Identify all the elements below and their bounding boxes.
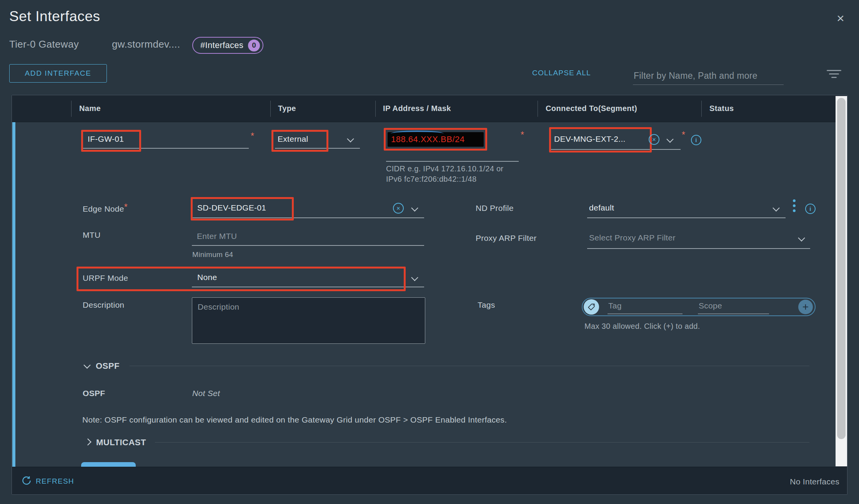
refresh-icon[interactable] <box>21 475 32 486</box>
ip-help-line2: IPv6 fc7e:f206:db42::1/48 <box>386 175 476 184</box>
connected-required-mark: * <box>682 130 685 140</box>
refresh-button[interactable]: REFRESH <box>36 477 74 486</box>
column-header-type[interactable]: Type <box>278 104 296 113</box>
nd-profile-select[interactable]: default <box>589 203 614 212</box>
filter-field <box>633 67 784 85</box>
type-select[interactable]: External <box>278 134 308 144</box>
page-title: Set Interfaces <box>9 8 100 25</box>
scrollbar-track[interactable] <box>836 96 847 466</box>
urpf-label: URPF Mode <box>83 274 128 283</box>
name-underline <box>83 148 249 149</box>
tags-field: + <box>582 298 816 316</box>
tags-label: Tags <box>478 300 495 310</box>
add-tag-button[interactable]: + <box>798 300 813 314</box>
tag-icon <box>584 299 599 315</box>
connected-segment-select[interactable]: DEV-MNG-EXT-2... <box>554 134 626 144</box>
scrollbar-thumb[interactable] <box>837 98 846 439</box>
ospf-section-rule <box>130 366 809 366</box>
row-accent-bar <box>12 122 15 467</box>
save-button-partial[interactable] <box>81 462 136 467</box>
set-interfaces-dialog: Set Interfaces × Tier-0 Gateway gw.storm… <box>0 0 859 504</box>
description-textarea[interactable] <box>192 298 425 343</box>
proxy-arp-underline <box>587 248 810 249</box>
nd-profile-info-icon[interactable]: i <box>805 204 816 214</box>
urpf-underline <box>192 287 424 287</box>
connected-underline <box>551 149 681 150</box>
nd-profile-kebab-menu-icon[interactable] <box>793 197 796 214</box>
edge-node-label: Edge Node* <box>83 204 128 214</box>
tag-input-wrap <box>608 300 683 314</box>
edge-node-select[interactable]: SD-DEV-EDGE-01 <box>197 203 266 212</box>
description-field <box>192 297 425 344</box>
name-input[interactable]: IF-GW-01 <box>88 134 124 144</box>
breadcrumb-gateway-name: gw.stormdev.... <box>112 38 180 50</box>
mtu-label: MTU <box>83 230 100 240</box>
connected-clear-icon[interactable]: ✕ <box>649 134 659 145</box>
tags-hint: Max 30 allowed. Click (+) to add. <box>584 322 700 331</box>
proxy-arp-select[interactable]: Select Proxy ARP Filter <box>589 233 676 242</box>
mtu-underline <box>192 245 424 246</box>
column-header-name[interactable]: Name <box>79 104 101 113</box>
nd-profile-label: ND Profile <box>476 204 514 213</box>
close-icon[interactable]: × <box>837 12 844 25</box>
type-underline <box>275 148 360 149</box>
badge-label: #Interfaces <box>200 40 243 50</box>
column-header-ip[interactable]: IP Address / Mask <box>383 104 451 113</box>
ip-help-line1: CIDR e.g. IPv4 172.16.10.1/24 or <box>386 164 503 173</box>
edge-node-required-mark: * <box>124 202 128 212</box>
add-interface-button[interactable]: ADD INTERFACE <box>9 64 107 83</box>
urpf-select[interactable]: None <box>197 273 217 282</box>
multicast-section-title[interactable]: MULTICAST <box>96 438 146 448</box>
table-footer: REFRESH No Interfaces <box>12 467 847 494</box>
mtu-field <box>192 227 424 245</box>
edge-node-underline <box>192 217 424 218</box>
description-label: Description <box>83 300 124 310</box>
table-header: Name Type IP Address / Mask Connected To… <box>12 95 847 122</box>
ospf-value: Not Set <box>192 389 220 398</box>
ospf-section-title[interactable]: OSPF <box>96 361 120 371</box>
connected-info-icon[interactable]: i <box>691 135 701 145</box>
filter-input[interactable] <box>633 67 784 85</box>
breadcrumb-type: Tier-0 Gateway <box>9 38 79 50</box>
scope-input[interactable] <box>698 300 769 311</box>
column-header-status[interactable]: Status <box>709 104 734 113</box>
tag-input[interactable] <box>608 300 683 311</box>
filter-icon[interactable] <box>827 70 841 80</box>
mtu-hint: Minimum 64 <box>192 250 233 259</box>
nd-profile-underline <box>587 217 786 218</box>
proxy-arp-label: Proxy ARP Filter <box>476 234 536 243</box>
interfaces-count-badge[interactable]: #Interfaces 0 <box>192 37 263 54</box>
column-header-connected[interactable]: Connected To(Segment) <box>546 104 637 113</box>
scope-input-wrap <box>698 300 769 314</box>
ospf-note: Note: OSPF configuration can be viewed a… <box>82 415 507 424</box>
footer-status: No Interfaces <box>790 477 839 486</box>
ip-required-mark: * <box>521 130 524 140</box>
ip-underline <box>386 161 519 162</box>
name-required-mark: * <box>251 131 254 141</box>
ip-address-input[interactable]: 188.64.XXX.BB/24 <box>388 132 484 147</box>
mtu-input[interactable] <box>192 227 424 245</box>
badge-count: 0 <box>248 40 260 51</box>
interfaces-table: Name Type IP Address / Mask Connected To… <box>12 95 847 495</box>
multicast-section-rule <box>155 442 809 443</box>
edge-node-clear-icon[interactable]: ✕ <box>393 203 404 214</box>
ospf-label: OSPF <box>83 389 105 398</box>
collapse-all-link[interactable]: COLLAPSE ALL <box>532 69 591 77</box>
